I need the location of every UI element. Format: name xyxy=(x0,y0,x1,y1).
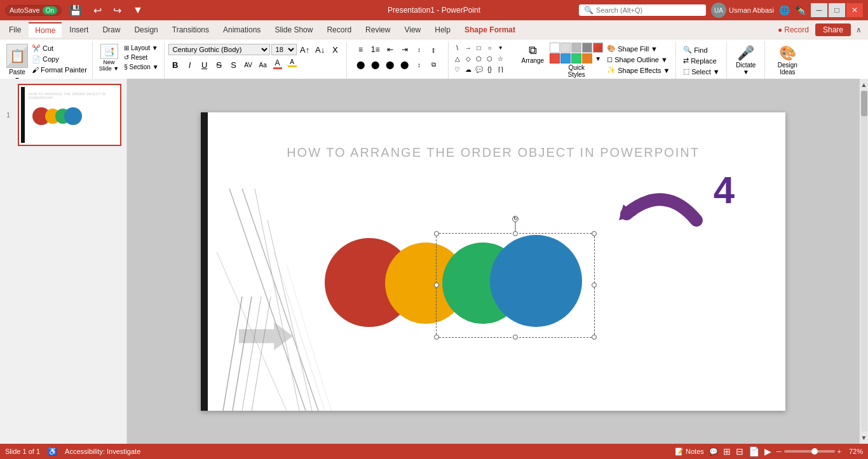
tab-design[interactable]: Design xyxy=(128,23,164,37)
zoom-percent[interactable]: 72% xyxy=(844,448,863,455)
zoom-thumb[interactable] xyxy=(811,448,818,455)
canvas-area[interactable]: HOW TO ARRANGE THE ORDER OBJECT IN POWER… xyxy=(127,79,859,444)
slideshow-button[interactable]: ▶ xyxy=(764,446,771,456)
section-button[interactable]: § Section ▼ xyxy=(123,63,159,71)
replace-button[interactable]: ⇄ Replace xyxy=(681,56,721,65)
zoom-out-button[interactable]: ─ xyxy=(776,448,782,455)
scroll-thumb[interactable] xyxy=(861,91,867,116)
tab-shape-format[interactable]: Shape Format xyxy=(458,23,522,37)
decrease-indent-button[interactable]: ⇤ xyxy=(383,43,397,57)
quick-styles-button[interactable]: QuickStyles xyxy=(568,64,585,78)
increase-font-size-button[interactable]: A↑ xyxy=(298,43,312,57)
select-button[interactable]: ⬚ Select ▼ xyxy=(681,67,721,76)
text-direction-button[interactable]: ↕ xyxy=(412,58,426,72)
shape-callout-btn[interactable]: 💬 xyxy=(474,64,484,74)
underline-button[interactable]: U xyxy=(198,58,212,72)
style-4[interactable] xyxy=(582,43,592,53)
search-bar[interactable]: 🔍 xyxy=(579,4,706,16)
customize-button[interactable]: ▼ xyxy=(129,3,147,17)
cut-button[interactable]: ✂️ Cut xyxy=(31,44,88,53)
tab-home[interactable]: Home xyxy=(29,22,62,37)
font-name-select[interactable]: Century Gothic (Body) xyxy=(168,44,270,55)
shape-circle-btn[interactable]: ○ xyxy=(485,43,495,53)
tab-record[interactable]: Record xyxy=(320,23,358,37)
shape-outline-button[interactable]: ◻ Shape Outline ▼ xyxy=(605,55,672,64)
tab-transitions[interactable]: Transitions xyxy=(166,23,215,37)
tab-help[interactable]: Help xyxy=(428,23,457,37)
style-chevron[interactable]: ▼ xyxy=(593,53,603,63)
copy-button[interactable]: 📄 Copy xyxy=(31,55,88,64)
numbering-button[interactable]: 1≡ xyxy=(369,43,383,57)
new-slide-button[interactable]: 📑 New Slide ▼ xyxy=(97,43,121,73)
shape-rect-btn[interactable]: □ xyxy=(474,43,484,53)
shape-hexagon-btn[interactable]: ⬡ xyxy=(485,53,495,63)
tab-review[interactable]: Review xyxy=(359,23,397,37)
shape-heart-btn[interactable]: ♡ xyxy=(452,64,463,74)
close-button[interactable]: ✕ xyxy=(846,3,863,17)
scroll-down-arrow[interactable]: ▼ xyxy=(860,433,868,442)
normal-view-button[interactable]: ⊞ xyxy=(723,446,731,456)
text-case-button[interactable]: Aa xyxy=(256,58,270,72)
find-button[interactable]: 🔍 Find xyxy=(681,45,721,55)
shape-star-btn[interactable]: ☆ xyxy=(496,53,506,63)
style-3[interactable] xyxy=(571,43,581,53)
redo-button[interactable]: ↪ xyxy=(109,3,125,18)
shadow-button[interactable]: S xyxy=(227,58,241,72)
autosave-toggle[interactable]: AutoSave On xyxy=(5,5,62,16)
layout-button[interactable]: ⊞ Layout ▼ xyxy=(123,44,159,52)
paste-button[interactable]: 📋 Paste ▼ xyxy=(5,43,29,84)
shape-effects-button[interactable]: ✨ Shape Effects ▼ xyxy=(605,65,672,75)
accessibility-text[interactable]: Accessibility: Investigate xyxy=(65,448,140,455)
minimize-button[interactable]: ─ xyxy=(811,3,827,17)
design-ideas-button[interactable]: 🎨 Design Ideas xyxy=(778,45,797,76)
comments-button[interactable]: 💬 xyxy=(709,448,718,456)
zoom-slider[interactable] xyxy=(784,450,835,453)
italic-button[interactable]: I xyxy=(183,58,197,72)
shape-cloud-btn[interactable]: ☁ xyxy=(463,64,473,74)
scroll-up-arrow[interactable]: ▲ xyxy=(860,80,868,90)
align-right-button[interactable]: ⬤ xyxy=(383,58,397,72)
style-1[interactable] xyxy=(550,43,560,53)
tab-slideshow[interactable]: Slide Show xyxy=(268,23,319,37)
vertical-scrollbar[interactable]: ▲ ▼ xyxy=(859,79,868,444)
format-painter-button[interactable]: 🖌 Format Painter xyxy=(31,65,88,74)
tab-animations[interactable]: Animations xyxy=(217,23,267,37)
zoom-control[interactable]: ─ + 72% xyxy=(776,448,863,455)
save-button[interactable]: 💾 xyxy=(65,3,86,18)
share-button[interactable]: Share xyxy=(815,23,851,36)
bullets-button[interactable]: ≡ xyxy=(354,43,368,57)
shape-brace-btn[interactable]: ⌈⌉ xyxy=(496,64,506,74)
reset-button[interactable]: ↺ Reset xyxy=(123,53,159,62)
decrease-font-size-button[interactable]: A↓ xyxy=(313,43,327,57)
clear-formatting-button[interactable]: Ⅹ xyxy=(329,43,342,57)
shape-pentagon-btn[interactable]: ⬠ xyxy=(474,53,484,63)
bold-button[interactable]: B xyxy=(168,58,182,72)
tab-insert[interactable]: Insert xyxy=(63,23,95,37)
align-left-button[interactable]: ⬤ xyxy=(354,58,368,72)
line-spacing-button[interactable]: ↕ xyxy=(412,43,426,57)
shape-arrow-btn[interactable]: → xyxy=(463,43,473,53)
reading-view-button[interactable]: 📄 xyxy=(749,446,759,456)
slide-thumbnail[interactable]: HOW TO ARRANGE THE ORDER OBJECT IN POWER… xyxy=(18,84,121,146)
search-input[interactable] xyxy=(596,6,691,14)
shape-line-btn[interactable]: \ xyxy=(452,43,463,53)
style-9[interactable] xyxy=(582,53,592,63)
justify-button[interactable]: ⬤ xyxy=(398,58,412,72)
tab-view[interactable]: View xyxy=(398,23,427,37)
font-color-button[interactable]: A xyxy=(271,58,285,72)
style-5[interactable] xyxy=(593,43,603,53)
style-7[interactable] xyxy=(560,53,571,63)
arrange-button[interactable]: ⧉ Arrange xyxy=(518,43,548,65)
ribbon-collapse-button[interactable]: ∧ xyxy=(852,24,865,36)
shape-triangle-btn[interactable]: △ xyxy=(452,53,463,63)
char-spacing-button[interactable]: AV xyxy=(241,58,255,72)
increase-indent-button[interactable]: ⇥ xyxy=(398,43,412,57)
shape-more-btn[interactable]: ▼ xyxy=(496,43,506,53)
zoom-in-button[interactable]: + xyxy=(837,448,841,455)
shape-diamond-btn[interactable]: ◇ xyxy=(463,53,473,63)
maximize-button[interactable]: □ xyxy=(829,3,845,17)
strikethrough-button[interactable]: S xyxy=(212,58,226,72)
font-size-select[interactable]: 18 xyxy=(271,44,297,55)
scroll-track[interactable] xyxy=(861,91,867,432)
shape-bracket-btn[interactable]: {} xyxy=(485,64,495,74)
